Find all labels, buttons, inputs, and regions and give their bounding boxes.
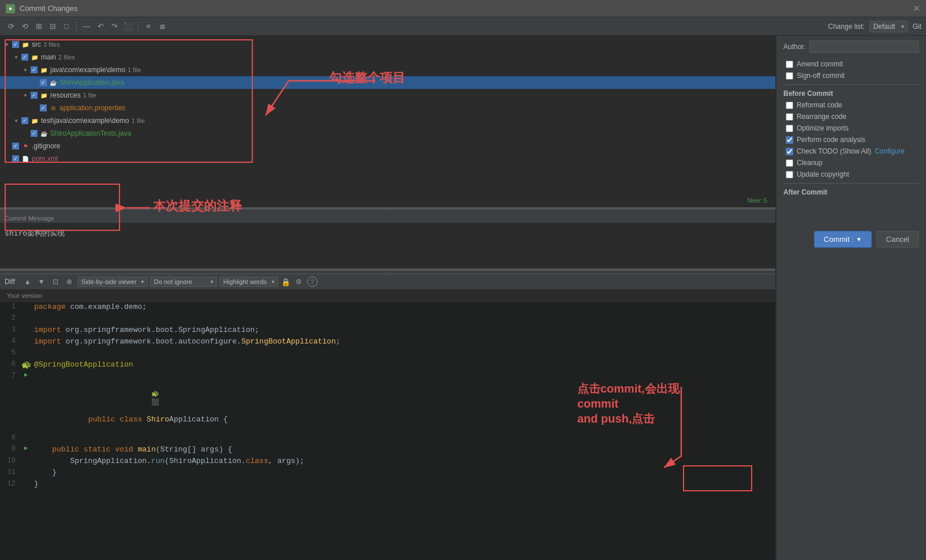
- check-todo-label[interactable]: Check TODO (Show All): [797, 147, 871, 155]
- check-todo-checkbox[interactable]: [786, 148, 793, 155]
- tree-item-java-demo[interactable]: ▼ ✓ 📁 java\com\example\demo 1 file: [0, 64, 775, 76]
- xml-icon-pom: 📄: [21, 155, 29, 163]
- count-main: 2 files: [58, 54, 75, 61]
- optimize-imports-label[interactable]: Optimize imports: [797, 124, 849, 132]
- tree-item-app-props[interactable]: ✓ ⚙ application.properties: [0, 102, 775, 114]
- checkbox-main[interactable]: ✓: [21, 54, 28, 61]
- code-line-12: 12 }: [0, 479, 775, 491]
- toolbar-btn-6[interactable]: —: [80, 20, 93, 33]
- diff-settings[interactable]: ⚙: [293, 276, 305, 288]
- tree-item-resources[interactable]: ▼ ✓ 📁 resources 1 file: [0, 89, 775, 102]
- close-button[interactable]: ✕: [913, 3, 920, 14]
- amend-commit-label[interactable]: Amend commit: [797, 60, 843, 68]
- update-copyright-label[interactable]: Update copyright: [797, 170, 849, 178]
- toolbar-btn-3[interactable]: ⊞: [32, 20, 45, 33]
- section-divider-2: [783, 183, 919, 184]
- toolbar-btn-2[interactable]: ⟲: [18, 20, 31, 33]
- toolbar-btn-redo[interactable]: ↷: [108, 20, 121, 33]
- checkbox-pom[interactable]: ✓: [12, 155, 19, 162]
- sign-off-label[interactable]: Sign-off commit: [797, 72, 845, 80]
- toolbar-btn-5[interactable]: □: [60, 20, 73, 33]
- configure-link[interactable]: Configure: [875, 147, 905, 155]
- checkbox-resources[interactable]: ✓: [31, 92, 38, 99]
- ignore-select[interactable]: Do not ignore Ignore whitespace: [150, 277, 217, 287]
- help-button[interactable]: ?: [307, 277, 318, 287]
- diff-nav-down[interactable]: ▼: [36, 276, 47, 288]
- commit-button[interactable]: Commit ▼: [814, 231, 872, 248]
- reformat-code-label[interactable]: Reformat code: [797, 101, 842, 109]
- author-label: Author:: [783, 43, 806, 51]
- toolbar-separator-1: [76, 21, 77, 32]
- cleanup-label[interactable]: Cleanup: [797, 159, 823, 167]
- check-todo-row: Check TODO (Show All) Configure: [783, 147, 919, 155]
- ignore-dropdown-wrapper: Do not ignore Ignore whitespace: [150, 277, 217, 287]
- folder-icon-resources: 📁: [40, 91, 48, 99]
- title-bar: ● Commit Changes ✕: [0, 0, 926, 17]
- your-version-label: Your version: [0, 290, 775, 302]
- checkbox-shiro-tests[interactable]: ✓: [31, 130, 38, 137]
- cancel-button[interactable]: Cancel: [876, 231, 919, 248]
- toolbar-btn-9[interactable]: ≣: [156, 20, 169, 33]
- tree-item-shiro-java[interactable]: ✓ ☕ ShiroApplication.java: [0, 76, 775, 89]
- commit-dropdown-arrow[interactable]: ▼: [852, 236, 862, 242]
- toolbar-btn-undo[interactable]: ↶: [94, 20, 107, 33]
- commit-message-area: Commit Message shiro架构的实现: [0, 212, 775, 270]
- sign-off-checkbox[interactable]: [786, 72, 793, 80]
- perform-code-analysis-checkbox[interactable]: [786, 136, 793, 144]
- change-list-dropdown-wrapper: Default: [869, 21, 908, 32]
- perform-code-analysis-row: Perform code analysis: [783, 136, 919, 144]
- checkbox-shiro[interactable]: ✓: [40, 79, 47, 86]
- tree-item-main[interactable]: ▼ ✓ 📁 main 2 files: [0, 51, 775, 64]
- tree-item-pom[interactable]: ✓ 📄 pom.xml: [0, 152, 775, 165]
- viewer-select[interactable]: Side-by-side viewer Unified viewer: [77, 277, 148, 287]
- checkbox-test-demo[interactable]: ✓: [21, 117, 28, 124]
- tree-item-src[interactable]: ▼ ✓ 📁 src 3 files: [0, 38, 775, 51]
- reformat-code-checkbox[interactable]: [786, 102, 793, 109]
- sign-off-row: Sign-off commit: [783, 72, 919, 80]
- amend-commit-checkbox[interactable]: [786, 61, 793, 68]
- rearrange-code-label[interactable]: Rearrange code: [797, 113, 846, 121]
- folder-icon-test-demo: 📁: [31, 117, 39, 125]
- change-list-label: Change list:: [828, 23, 864, 31]
- code-line-9: 9 ▶ public static void main(String[] arg…: [0, 445, 775, 456]
- checkbox-src[interactable]: ✓: [12, 41, 19, 48]
- diff-content: Your version 1 package com.example.demo;…: [0, 290, 775, 560]
- lock-icon[interactable]: 🔒: [281, 277, 291, 287]
- toolbar-btn-8[interactable]: ≡: [142, 20, 155, 33]
- optimize-imports-checkbox[interactable]: [786, 125, 793, 132]
- reformat-code-row: Reformat code: [783, 101, 919, 109]
- label-java-demo: java\com\example\demo: [50, 66, 125, 74]
- update-copyright-checkbox[interactable]: [786, 171, 793, 178]
- change-list-area: Change list: Default Git: [828, 21, 921, 32]
- amend-commit-row: Amend commit: [783, 60, 919, 68]
- commit-message-input[interactable]: shiro架构的实现: [0, 223, 775, 268]
- toolbar-btn-4[interactable]: ⊟: [46, 20, 59, 33]
- label-pom: pom.xml: [32, 155, 58, 163]
- diff-sync[interactable]: ⊡: [50, 276, 61, 288]
- checkbox-java-demo[interactable]: ✓: [31, 66, 38, 73]
- cleanup-checkbox[interactable]: [786, 159, 793, 167]
- arrow-resources: ▼: [23, 93, 29, 98]
- code-area[interactable]: 1 package com.example.demo; 2 3 import o…: [0, 302, 775, 558]
- diff-nav-up[interactable]: ▲: [22, 276, 33, 288]
- optimize-imports-row: Optimize imports: [783, 124, 919, 132]
- diff-label: Diff: [5, 278, 15, 286]
- tree-item-gitignore[interactable]: ✓ ⚑ .gitignore: [0, 140, 775, 152]
- author-input[interactable]: [809, 40, 919, 53]
- checkbox-gitignore[interactable]: ✓: [12, 143, 19, 150]
- toolbar-btn-1[interactable]: ⟳: [5, 20, 17, 33]
- rearrange-code-checkbox[interactable]: [786, 113, 793, 121]
- highlight-select[interactable]: Highlight words Highlight lines: [219, 277, 278, 287]
- arrow-java-demo: ▼: [23, 68, 29, 73]
- perform-code-analysis-label[interactable]: Perform code analysis: [797, 136, 865, 144]
- file-tree-area: ▼ ✓ 📁 src 3 files ▼ ✓ 📁 main 2 files: [0, 36, 775, 209]
- tree-item-test-demo[interactable]: ▼ ✓ 📁 test\java\com\example\demo 1 file: [0, 114, 775, 127]
- git-icon-gitignore: ⚑: [21, 142, 29, 150]
- toolbar-btn-7[interactable]: ⬛: [122, 20, 135, 33]
- diff-header: Diff ▲ ▼ ⊡ ⊕ Side-by-side viewer Unified…: [0, 274, 775, 290]
- change-list-select[interactable]: Default: [869, 21, 908, 32]
- checkbox-app-props[interactable]: ✓: [40, 104, 47, 111]
- diff-copy[interactable]: ⊕: [64, 276, 75, 288]
- tree-item-shiro-tests[interactable]: ✓ ☕ ShiroApplicationTests.java: [0, 127, 775, 140]
- label-shiro-tests: ShiroApplicationTests.java: [50, 129, 131, 137]
